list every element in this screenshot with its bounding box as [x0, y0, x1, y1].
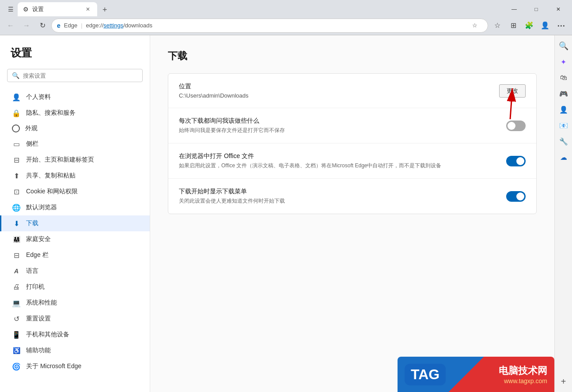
- sidebar-item-label: 侧栏: [26, 140, 38, 148]
- edge-logo-icon: e: [57, 22, 61, 29]
- cookies-icon: ⊡: [12, 187, 21, 196]
- show-menu-content: 下载开始时显示下载菜单 关闭此设置会使人更难知道文件何时开始下载: [179, 188, 506, 205]
- sidebar-item-label: 打印机: [26, 283, 45, 291]
- show-menu-setting-row: 下载开始时显示下载菜单 关闭此设置会使人更难知道文件何时开始下载: [168, 179, 536, 214]
- sidebar-item-language[interactable]: A 语言: [0, 263, 150, 279]
- settings-nav: 👤 个人资料 🔒 隐私、搜索和服务 外观 ▭ 侧栏 ⊟ 开始、主页和新建标签页 …: [0, 89, 150, 374]
- open-office-setting-row: 在浏览器中打开 Office 文件 如果启用此设置，Office 文件（演示文稿…: [168, 143, 536, 179]
- close-button[interactable]: ✕: [548, 3, 568, 15]
- main-content: 下载 位置 C:\Users\admin\Downloads 更改 每次下载都询…: [150, 35, 554, 392]
- forward-button[interactable]: →: [19, 19, 34, 33]
- settings-title: 设置: [0, 46, 150, 69]
- side-games-button[interactable]: 🎮: [557, 87, 571, 101]
- search-box[interactable]: 🔍: [7, 69, 143, 82]
- side-search-button[interactable]: 🔍: [557, 39, 571, 53]
- sidebar-item-profile[interactable]: 👤 个人资料: [0, 89, 150, 105]
- page-title: 下载: [168, 49, 537, 63]
- show-menu-slider: [506, 191, 526, 202]
- sidebar-item-printer[interactable]: 🖨 打印机: [0, 279, 150, 295]
- side-shopping-button[interactable]: 🛍: [557, 71, 571, 85]
- sidebar-item-sidebar[interactable]: ▭ 侧栏: [0, 136, 150, 152]
- active-tab: ⚙ 设置 ✕: [18, 2, 97, 16]
- sidebar-item-reset[interactable]: ↺ 重置设置: [0, 311, 150, 327]
- ask-download-desc: 始终询问我是要保存文件还是打开它而不保存: [179, 127, 506, 134]
- watermark-text: 电脑技术网 www.tagxp.com: [499, 364, 547, 384]
- ask-download-toggle[interactable]: [506, 121, 526, 131]
- open-office-content: 在浏览器中打开 Office 文件 如果启用此设置，Office 文件（演示文稿…: [179, 152, 506, 170]
- change-location-button[interactable]: 更改: [499, 84, 526, 98]
- tab-icon: ⚙: [23, 6, 29, 13]
- about-icon: 🌀: [12, 362, 21, 371]
- sidebar-item-label: 下载: [26, 219, 38, 227]
- sidebar-item-label: 关于 Microsoft Edge: [26, 362, 81, 370]
- location-value: C:\Users\admin\Downloads: [179, 92, 499, 99]
- side-outlook-button[interactable]: 📧: [557, 118, 571, 132]
- sidebar-item-label: 重置设置: [26, 315, 51, 323]
- sidebar-item-about[interactable]: 🌀 关于 Microsoft Edge: [0, 358, 150, 374]
- open-office-label: 在浏览器中打开 Office 文件: [179, 152, 506, 160]
- sidebar-item-mobile[interactable]: 📱 手机和其他设备: [0, 327, 150, 343]
- lock-icon: 🔒: [12, 109, 21, 117]
- sidebar-item-label: 外观: [25, 124, 38, 132]
- open-office-toggle[interactable]: [506, 156, 526, 166]
- sidebar-item-cookies[interactable]: ⊡ Cookie 和网站权限: [0, 184, 150, 200]
- maximize-button[interactable]: □: [526, 3, 546, 15]
- sidebar-item-label: Cookie 和网站权限: [26, 188, 78, 196]
- collections-button[interactable]: ⊞: [506, 19, 521, 33]
- settings-card: 位置 C:\Users\admin\Downloads 更改 每次下载都询问我该…: [168, 73, 537, 214]
- tab-close-button[interactable]: ✕: [84, 5, 92, 13]
- sidebar-item-label: 系统和性能: [26, 299, 57, 307]
- location-label: 位置: [179, 83, 499, 90]
- more-button[interactable]: ⋯: [553, 19, 568, 33]
- address-separator: |: [81, 22, 82, 29]
- default-browser-icon: 🌐: [12, 203, 21, 212]
- sidebar-item-label: 共享、复制和粘贴: [26, 172, 76, 180]
- sidebar-icon: ▭: [12, 139, 21, 148]
- watermark-sub-text: www.tagxp.com: [499, 377, 547, 384]
- side-add-button[interactable]: +: [557, 374, 571, 388]
- reader-view-button[interactable]: ☆: [467, 19, 482, 33]
- side-avatar-button[interactable]: 👤: [557, 102, 571, 117]
- location-content: 位置 C:\Users\admin\Downloads: [179, 83, 499, 99]
- location-setting-row: 位置 C:\Users\admin\Downloads 更改: [168, 74, 536, 108]
- sidebar-item-edge-bar[interactable]: ⊟ Edge 栏: [0, 247, 150, 263]
- refresh-button[interactable]: ↻: [35, 19, 49, 33]
- settings-sidebar: 设置 🔍 👤 个人资料 🔒 隐私、搜索和服务 外观 ▭ 侧栏: [0, 35, 150, 392]
- search-input[interactable]: [23, 72, 138, 79]
- sidebar-item-system[interactable]: 💻 系统和性能: [0, 295, 150, 311]
- ask-download-slider: [506, 121, 526, 131]
- side-cloud-button[interactable]: ☁: [557, 150, 571, 164]
- sidebar-toggle-button[interactable]: ☰: [4, 2, 18, 16]
- address-bar[interactable]: e Edge | edge://settings/downloads ☆: [51, 19, 488, 33]
- address-url: edge://settings/downloads: [86, 22, 152, 29]
- sidebar-item-share[interactable]: ⬆ 共享、复制和粘贴: [0, 168, 150, 184]
- minimize-button[interactable]: —: [504, 3, 524, 15]
- ask-download-setting-row: 每次下载都询问我该做些什么 始终询问我是要保存文件还是打开它而不保存: [168, 108, 536, 143]
- profile-button[interactable]: 👤: [538, 19, 553, 33]
- sidebar-item-accessibility[interactable]: ♿ 辅助功能: [0, 343, 150, 358]
- favorites-button[interactable]: ☆: [490, 19, 505, 33]
- back-button[interactable]: ←: [4, 19, 18, 33]
- family-icon: 👨‍👩‍👧: [12, 235, 21, 244]
- side-tools-button[interactable]: 🔧: [557, 134, 571, 148]
- open-office-desc: 如果启用此设置，Office 文件（演示文稿、电子表格、文档）将在Microso…: [179, 162, 506, 170]
- show-menu-toggle[interactable]: [506, 191, 526, 202]
- new-tab-button[interactable]: +: [99, 4, 111, 16]
- start-icon: ⊟: [12, 155, 21, 164]
- sidebar-item-appearance[interactable]: 外观: [0, 121, 150, 136]
- language-icon: A: [12, 267, 21, 275]
- sidebar-item-label: 手机和其他设备: [26, 331, 69, 339]
- sidebar-item-start[interactable]: ⊟ 开始、主页和新建标签页: [0, 152, 150, 168]
- sidebar-item-default-browser[interactable]: 🌐 默认浏览器: [0, 200, 150, 215]
- sidebar-item-label: 开始、主页和新建标签页: [26, 156, 94, 164]
- sidebar-item-downloads[interactable]: ⬇ 下载: [0, 215, 150, 231]
- mobile-icon: 📱: [12, 330, 21, 339]
- side-copilot-button[interactable]: ✦: [557, 55, 571, 69]
- accessibility-icon: ♿: [12, 346, 21, 355]
- sidebar-item-privacy[interactable]: 🔒 隐私、搜索和服务: [0, 105, 150, 121]
- printer-icon: 🖨: [12, 283, 21, 291]
- extensions-button[interactable]: 🧩: [522, 19, 537, 33]
- ask-download-label: 每次下载都询问我该做些什么: [179, 117, 506, 125]
- sidebar-item-family[interactable]: 👨‍👩‍👧 家庭安全: [0, 231, 150, 247]
- sidebar-item-label: 个人资料: [26, 93, 51, 101]
